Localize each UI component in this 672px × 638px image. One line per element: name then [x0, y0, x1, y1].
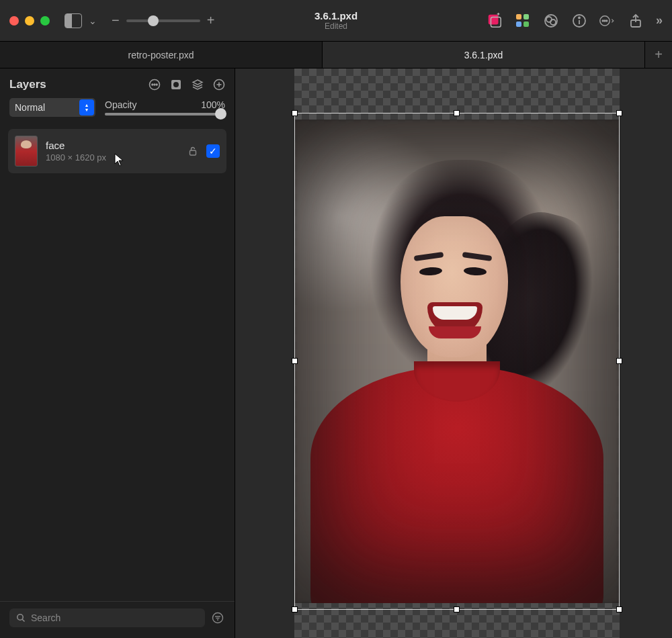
filter-icon[interactable] [210, 610, 225, 625]
info-icon[interactable] [571, 13, 587, 29]
blend-mode-select[interactable]: Normal ▴▾ [9, 98, 95, 117]
svg-point-8 [550, 19, 556, 25]
new-tab-button[interactable]: + [645, 42, 672, 68]
tab-retro-poster[interactable]: retro-poster.pxd [0, 42, 323, 68]
opacity-slider-knob[interactable] [215, 108, 226, 120]
minimize-window-button[interactable] [25, 16, 34, 26]
search-placeholder: Search [31, 612, 60, 623]
layer-row[interactable]: face 1080 × 1620 px ✓ [8, 129, 226, 173]
mask-icon[interactable] [170, 79, 182, 91]
svg-point-15 [606, 20, 607, 21]
document-tabs: retro-poster.pxd 3.6.1.pxd + [0, 42, 672, 69]
svg-rect-3 [523, 14, 529, 19]
svg-point-13 [602, 20, 603, 21]
search-icon [16, 613, 26, 623]
add-layer-icon[interactable] [213, 79, 225, 91]
chevron-down-icon[interactable]: ⌄ [89, 15, 97, 26]
more-menu-icon[interactable] [599, 13, 616, 29]
opacity-label: Opacity [105, 99, 136, 110]
svg-point-22 [173, 82, 179, 87]
opacity-slider[interactable] [105, 113, 225, 116]
svg-point-19 [154, 84, 155, 85]
canvas-area[interactable] [235, 69, 672, 638]
sidebar-toggle-icon[interactable] [65, 13, 82, 28]
layer-name: face [46, 140, 106, 151]
workspace: Layers Normal ▴▾ [0, 69, 672, 638]
layers-sidebar: Layers Normal ▴▾ [0, 69, 235, 638]
svg-point-27 [17, 614, 23, 620]
blend-opacity-row: Normal ▴▾ Opacity 100% [0, 98, 235, 125]
window-controls [9, 16, 50, 26]
svg-point-14 [604, 20, 605, 21]
overflow-chevron-icon[interactable]: » [656, 13, 663, 28]
layer-image[interactable] [294, 120, 620, 603]
layer-actions: ✓ [187, 144, 220, 158]
svg-point-18 [152, 84, 153, 85]
svg-point-11 [579, 17, 580, 18]
edited-label: Edited [314, 21, 358, 31]
svg-rect-4 [516, 21, 521, 27]
arrange-grid-icon[interactable] [515, 13, 531, 29]
lock-icon[interactable] [187, 146, 198, 156]
tab-label: retro-poster.pxd [128, 50, 194, 60]
layers-panel-header: Layers [0, 69, 235, 98]
canvas[interactable] [294, 69, 620, 638]
tab-label: 3.6.1.pxd [464, 50, 503, 60]
layer-options-icon[interactable] [149, 79, 161, 91]
layer-dimensions: 1080 × 1620 px [46, 152, 106, 163]
layers-header-actions [149, 79, 225, 91]
zoom-out-button[interactable]: − [112, 13, 120, 28]
opacity-control: Opacity 100% [105, 99, 225, 116]
zoom-controls: − + [112, 13, 214, 28]
layers-search-row: Search [0, 601, 235, 638]
share-icon[interactable] [628, 13, 644, 29]
filename-label: 3.6.1.pxd [314, 10, 358, 21]
document-title: 3.6.1.pxd Edited [314, 10, 358, 31]
toolbar-right: » [487, 13, 663, 29]
fullscreen-window-button[interactable] [40, 16, 50, 26]
svg-rect-5 [523, 21, 529, 27]
svg-line-28 [22, 619, 24, 621]
svg-point-20 [156, 84, 157, 85]
effects-icon[interactable] [543, 13, 559, 29]
select-stepper-icon: ▴▾ [79, 99, 94, 116]
zoom-slider-knob[interactable] [148, 15, 159, 26]
svg-rect-0 [489, 14, 499, 24]
visibility-checkbox[interactable]: ✓ [206, 144, 220, 158]
layer-thumbnail [15, 136, 38, 167]
zoom-in-button[interactable]: + [207, 13, 215, 28]
close-window-button[interactable] [9, 16, 19, 26]
layers-stack-icon[interactable] [192, 79, 204, 91]
svg-rect-26 [190, 150, 196, 155]
titlebar: ⌄ − + 3.6.1.pxd Edited » [0, 0, 672, 42]
zoom-slider[interactable] [126, 19, 200, 22]
svg-rect-2 [516, 14, 521, 19]
color-swatch-icon[interactable] [487, 13, 503, 29]
search-input[interactable]: Search [9, 608, 205, 627]
tab-361[interactable]: 3.6.1.pxd [323, 42, 645, 68]
blend-mode-value: Normal [15, 102, 45, 113]
layers-title: Layers [9, 78, 46, 91]
layer-info: face 1080 × 1620 px [46, 140, 106, 163]
